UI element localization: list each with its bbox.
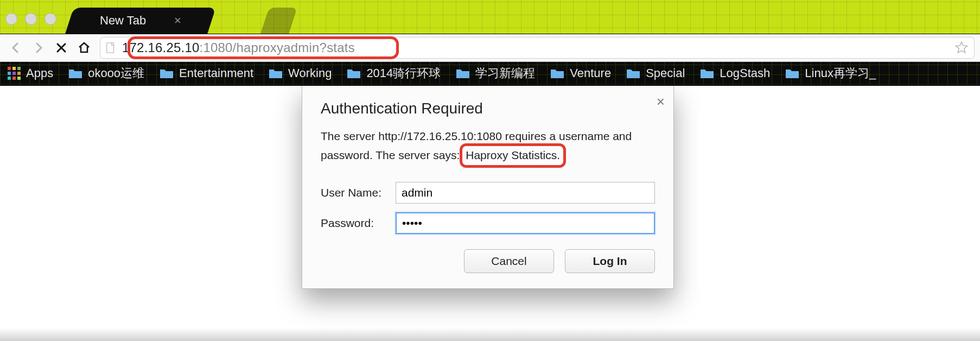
dialog-realm: Haproxy Statistics. [466, 149, 560, 161]
folder-icon [456, 68, 470, 79]
dialog-button-row: Cancel Log In [321, 249, 655, 273]
cancel-button[interactable]: Cancel [464, 249, 554, 273]
url-host: 172.16.25.10 [122, 40, 200, 55]
bookmark-label: LogStash [720, 66, 770, 80]
folder-icon [68, 68, 82, 79]
bookmark-label: Working [288, 66, 332, 80]
bookmark-folder[interactable]: 2014骑行环球 [347, 65, 441, 81]
login-button[interactable]: Log In [565, 249, 655, 273]
bookmark-label: Venture [570, 66, 611, 80]
window-close-icon[interactable] [5, 13, 17, 25]
bookmark-folder[interactable]: Entertainment [160, 66, 253, 80]
tab-close-icon[interactable]: × [174, 14, 181, 28]
apps-icon [8, 67, 21, 80]
annotation-realm-highlight: Haproxy Statistics. [460, 143, 566, 167]
bookmark-label: 学习新编程 [475, 65, 535, 81]
window-minimize-icon[interactable] [25, 13, 37, 25]
username-row: User Name: [321, 182, 655, 204]
dialog-title: Authentication Required [321, 100, 655, 117]
forward-button[interactable] [28, 41, 49, 54]
stop-button[interactable] [51, 41, 72, 54]
svg-rect-0 [107, 43, 114, 53]
bookmark-folder[interactable]: Special [626, 66, 685, 80]
dialog-message: The server http://172.16.25.10:1080 requ… [321, 128, 655, 167]
bookmark-label: Linux再学习_ [805, 65, 876, 81]
window-controls [5, 13, 56, 25]
folder-icon [269, 68, 283, 79]
bookmark-label: okooo运维 [88, 65, 144, 81]
home-button[interactable] [74, 41, 94, 54]
tab-strip: New Tab × [69, 8, 212, 34]
folder-icon [160, 68, 174, 79]
folder-icon [550, 68, 564, 79]
bookmark-folder[interactable]: 学习新编程 [456, 65, 535, 81]
folder-icon [626, 68, 640, 79]
toolbar: 172.16.25.10:1080/haproxyadmin?stats [0, 34, 980, 62]
folder-icon [347, 68, 361, 79]
window-zoom-icon[interactable] [44, 13, 56, 25]
dialog-close-icon[interactable]: × [657, 93, 665, 110]
password-input[interactable] [396, 212, 655, 234]
back-button[interactable] [5, 41, 26, 54]
bookmark-label: 2014骑行环球 [366, 65, 441, 81]
auth-dialog: × Authentication Required The server htt… [302, 86, 674, 289]
browser-tab[interactable]: New Tab × [65, 8, 216, 34]
bookmarks-bar: Apps okooo运维 Entertainment Working 2014骑… [0, 62, 980, 86]
password-label: Password: [321, 217, 396, 230]
password-row: Password: [321, 212, 655, 234]
url-text: 172.16.25.10:1080/haproxyadmin?stats [122, 40, 355, 55]
folder-icon [785, 68, 799, 79]
tab-title: New Tab [100, 14, 146, 28]
omnibox[interactable]: 172.16.25.10:1080/haproxyadmin?stats [100, 37, 975, 59]
bookmark-folder[interactable]: Working [269, 66, 332, 80]
apps-button[interactable]: Apps [8, 66, 53, 80]
url-path: :1080/haproxyadmin?stats [200, 40, 355, 55]
bookmark-folder[interactable]: okooo运维 [68, 65, 144, 81]
apps-label: Apps [26, 66, 53, 80]
username-label: User Name: [321, 186, 396, 199]
page-icon [105, 42, 117, 54]
bookmark-label: Entertainment [179, 66, 253, 80]
bookmark-star-icon[interactable] [954, 41, 969, 55]
bookmark-folder[interactable]: Linux再学习_ [785, 65, 876, 81]
bookmark-label: Special [646, 66, 685, 80]
new-tab-button[interactable] [260, 8, 297, 34]
bookmark-folder[interactable]: LogStash [700, 66, 770, 80]
username-input[interactable] [396, 182, 655, 204]
folder-icon [700, 68, 714, 79]
bookmark-folder[interactable]: Venture [550, 66, 611, 80]
